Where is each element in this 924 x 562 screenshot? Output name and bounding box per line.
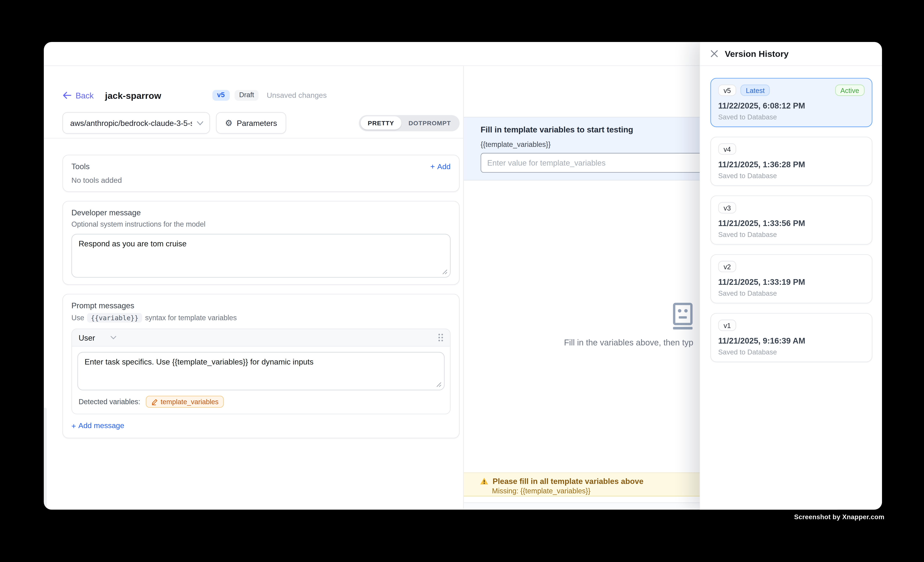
version-date: 11/21/2025, 1:33:19 PM: [718, 278, 865, 287]
version-number-badge: v3: [718, 202, 736, 214]
version-saved-text: Saved to Database: [718, 172, 865, 179]
version-list: v5 Latest Active 11/22/2025, 6:08:12 PM …: [700, 66, 882, 362]
chevron-down-icon: [197, 121, 203, 125]
version-card-v1[interactable]: v1 11/21/2025, 9:16:39 AM Saved to Datab…: [710, 313, 872, 362]
version-history-header: Version History: [700, 42, 882, 66]
tools-empty-text: No tools added: [71, 176, 451, 185]
warning-icon: [480, 477, 489, 485]
warning-title: Please fill in all template variables ab…: [493, 477, 644, 486]
developer-message-input[interactable]: Respond as you are tom cruise: [71, 234, 451, 278]
role-name: User: [78, 333, 95, 342]
add-tool-button[interactable]: + Add: [430, 162, 451, 170]
scrollbar[interactable]: [44, 408, 46, 507]
page-title: jack-sparrow: [105, 90, 161, 100]
version-saved-text: Saved to Database: [718, 231, 865, 238]
chevron-down-icon: [111, 336, 117, 339]
version-date: 11/21/2025, 1:36:28 PM: [718, 160, 865, 169]
gear-icon: ⚙: [225, 119, 232, 127]
version-card-v4[interactable]: v4 11/21/2025, 1:36:28 PM Saved to Datab…: [710, 137, 872, 186]
empty-state-text: Fill in the variables above, then typ: [564, 338, 693, 347]
pencil-icon: [151, 399, 158, 405]
toggle-pretty[interactable]: PRETTY: [361, 116, 401, 130]
developer-message-title: Developer message: [71, 208, 451, 217]
detected-variable-name: template_variables: [160, 398, 219, 405]
parameters-label: Parameters: [237, 118, 277, 127]
detected-variables-label: Detected variables:: [78, 398, 140, 406]
version-date: 11/21/2025, 1:33:56 PM: [718, 219, 865, 228]
message-content-input[interactable]: Enter task specifics. Use {{template_var…: [78, 352, 445, 390]
tools-card: Tools + Add No tools added: [62, 155, 459, 192]
format-toggle: PRETTY DOTPROMPT: [359, 115, 460, 131]
tools-title: Tools: [71, 162, 90, 171]
version-history-panel: Version History v5 Latest Active 11/22/2…: [699, 42, 882, 510]
add-tool-label: Add: [437, 162, 451, 170]
version-number-badge: v2: [718, 261, 736, 272]
toolbar: aws/anthropic/bedrock-claude-3-5-s... ⚙ …: [44, 112, 463, 139]
message-header: User: [72, 329, 450, 347]
parameters-button[interactable]: ⚙ Parameters: [216, 112, 286, 134]
role-selector[interactable]: User: [78, 333, 117, 342]
detected-variables-row: Detected variables: template_variables: [72, 390, 450, 414]
model-selector-value: aws/anthropic/bedrock-claude-3-5-s...: [70, 118, 192, 127]
developer-message-subtitle: Optional system instructions for the mod…: [71, 220, 451, 229]
version-date: 11/21/2025, 9:16:39 AM: [718, 336, 865, 345]
breadcrumb-row: Back jack-sparrow v5 Draft Unsaved chang…: [62, 88, 463, 103]
add-message-label: Add message: [78, 422, 124, 430]
version-date: 11/22/2025, 6:08:12 PM: [718, 102, 865, 111]
version-history-title: Version History: [725, 49, 789, 58]
editor-cards: Tools + Add No tools added Developer mes…: [44, 139, 463, 438]
version-badge: v5: [212, 90, 230, 101]
prompt-subtitle-prefix: Use: [71, 314, 84, 322]
close-icon[interactable]: [710, 50, 718, 57]
variable-syntax-chip: {{variable}}: [87, 313, 142, 323]
back-label: Back: [76, 91, 94, 100]
toggle-dotprompt[interactable]: DOTPROMPT: [401, 116, 458, 130]
version-card-v2[interactable]: v2 11/21/2025, 1:33:19 PM Saved to Datab…: [710, 254, 872, 303]
drag-handle-icon[interactable]: [438, 333, 444, 342]
screenshot-stage: Back jack-sparrow v5 Draft Unsaved chang…: [0, 0, 924, 562]
unsaved-changes-text: Unsaved changes: [267, 91, 327, 99]
add-message-button[interactable]: + Add message: [71, 422, 124, 430]
version-number-badge: v4: [718, 143, 736, 155]
back-button[interactable]: Back: [62, 91, 94, 100]
watermark-text: Screenshot by Xnapper.com: [794, 513, 885, 520]
latest-badge: Latest: [741, 85, 770, 96]
app-window: Back jack-sparrow v5 Draft Unsaved chang…: [44, 42, 882, 510]
prompt-subtitle-suffix: syntax for template variables: [145, 314, 237, 322]
detected-variable-chip[interactable]: template_variables: [146, 396, 224, 408]
version-card-v3[interactable]: v3 11/21/2025, 1:33:56 PM Saved to Datab…: [710, 195, 872, 245]
developer-message-card: Developer message Optional system instru…: [62, 201, 459, 285]
version-saved-text: Saved to Database: [718, 113, 865, 121]
back-arrow-icon: [62, 92, 71, 99]
version-number-badge: v5: [718, 85, 736, 96]
plus-icon: +: [430, 163, 435, 170]
message-block: User: [71, 329, 451, 414]
bot-icon: [669, 302, 697, 330]
active-badge: Active: [835, 85, 865, 96]
model-selector[interactable]: aws/anthropic/bedrock-claude-3-5-s...: [62, 112, 210, 134]
editor-column: Back jack-sparrow v5 Draft Unsaved chang…: [44, 66, 463, 509]
plus-icon: +: [71, 422, 76, 430]
version-saved-text: Saved to Database: [718, 348, 865, 356]
prompt-messages-title: Prompt messages: [71, 301, 451, 310]
status-badge: Draft: [234, 90, 259, 101]
version-card-v5[interactable]: v5 Latest Active 11/22/2025, 6:08:12 PM …: [710, 78, 872, 127]
version-number-badge: v1: [718, 320, 736, 331]
version-saved-text: Saved to Database: [718, 290, 865, 297]
prompt-messages-card: Prompt messages Use {{variable}} syntax …: [62, 294, 459, 438]
